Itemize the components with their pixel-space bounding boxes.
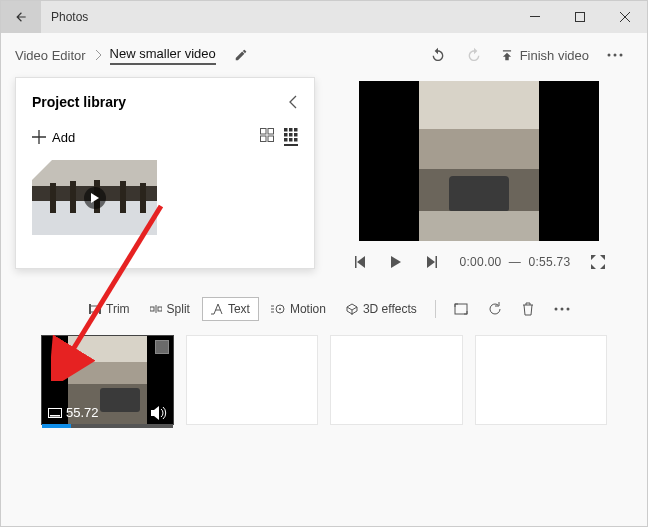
library-media-thumbnail[interactable] (32, 160, 157, 235)
chevron-left-icon (288, 95, 298, 109)
playback-time: 0:00.00 — 0:55.73 (459, 255, 570, 269)
text-button[interactable]: Text (202, 297, 259, 321)
add-label: Add (52, 130, 75, 145)
3d-effects-button[interactable]: 3D effects (338, 298, 425, 320)
split-button[interactable]: Split (142, 298, 198, 320)
svg-rect-6 (268, 129, 274, 135)
window-controls (512, 1, 647, 33)
storyboard-placeholder[interactable] (330, 335, 463, 425)
svg-point-2 (608, 54, 611, 57)
svg-rect-13 (289, 133, 293, 137)
clip-more-button[interactable] (546, 303, 578, 315)
clip-checkbox[interactable] (155, 340, 169, 354)
close-button[interactable] (602, 1, 647, 33)
split-icon (150, 303, 162, 315)
app-title: Photos (51, 10, 512, 24)
preview-panel: 0:00.00 — 0:55.73 (325, 77, 633, 269)
clip-toolbar: Trim Split Text Motion 3D effects (1, 287, 647, 329)
play-icon (84, 187, 106, 209)
clip-progress (42, 424, 173, 428)
svg-rect-19 (89, 304, 91, 314)
clip-volume-button[interactable] (151, 406, 167, 420)
svg-rect-10 (289, 128, 293, 132)
edit-name-button[interactable] (234, 48, 248, 62)
volume-icon (151, 406, 167, 420)
rotate-button[interactable] (480, 298, 510, 320)
top-bar: Video Editor New smaller video Finish vi… (1, 33, 647, 77)
fullscreen-button[interactable] (589, 255, 607, 269)
collapse-library-button[interactable] (288, 95, 298, 109)
more-button[interactable] (597, 37, 633, 73)
svg-rect-18 (90, 306, 100, 312)
svg-rect-35 (50, 415, 60, 417)
svg-point-33 (566, 308, 569, 311)
title-bar: Photos (1, 1, 647, 33)
svg-rect-7 (261, 136, 267, 142)
trim-button[interactable]: Trim (81, 298, 138, 320)
breadcrumb: Video Editor New smaller video (15, 46, 248, 65)
clip-duration[interactable]: 55.72 (48, 405, 99, 420)
motion-button[interactable]: Motion (263, 298, 334, 320)
svg-rect-0 (530, 16, 540, 17)
grid-large-icon (260, 128, 274, 142)
current-time: 0:00.00 (459, 255, 501, 269)
crop-icon (454, 303, 468, 315)
chevron-right-icon (94, 50, 102, 60)
svg-rect-22 (158, 307, 162, 311)
redo-button (456, 37, 492, 73)
finish-video-button[interactable]: Finish video (492, 48, 597, 63)
back-button[interactable] (1, 1, 41, 33)
trash-icon (522, 302, 534, 316)
storyboard-placeholder[interactable] (186, 335, 319, 425)
breadcrumb-current[interactable]: New smaller video (110, 46, 216, 65)
storyboard: 55.72 (1, 329, 647, 425)
used-media-indicator (32, 160, 52, 180)
plus-icon (32, 130, 46, 144)
minimize-button[interactable] (512, 1, 557, 33)
storyboard-clip[interactable]: 55.72 (41, 335, 174, 425)
export-icon (500, 48, 514, 62)
rotate-icon (488, 302, 502, 316)
next-frame-button[interactable] (423, 256, 441, 268)
svg-rect-20 (99, 304, 101, 314)
total-time: 0:55.73 (528, 255, 570, 269)
toolbar-divider (435, 300, 436, 318)
storyboard-placeholder[interactable] (475, 335, 608, 425)
svg-point-26 (279, 308, 281, 310)
svg-rect-12 (284, 133, 288, 137)
grid-view-large-button[interactable] (260, 128, 274, 146)
resize-button[interactable] (446, 299, 476, 319)
svg-rect-14 (294, 133, 298, 137)
breadcrumb-parent[interactable]: Video Editor (15, 48, 86, 63)
undo-button[interactable] (420, 37, 456, 73)
pencil-icon (234, 48, 248, 62)
ellipsis-icon (607, 53, 623, 57)
svg-rect-11 (294, 128, 298, 132)
finish-video-label: Finish video (520, 48, 589, 63)
trim-icon (89, 303, 101, 315)
delete-button[interactable] (514, 298, 542, 320)
project-library-panel: Project library Add (15, 77, 315, 269)
svg-point-3 (614, 54, 617, 57)
effects-icon (346, 303, 358, 315)
grid-view-small-button[interactable] (284, 128, 298, 146)
svg-point-31 (554, 308, 557, 311)
grid-small-icon (284, 128, 298, 142)
maximize-button[interactable] (557, 1, 602, 33)
expand-icon (591, 255, 605, 269)
prev-frame-button[interactable] (351, 256, 369, 268)
video-preview[interactable] (359, 81, 599, 241)
svg-point-4 (620, 54, 623, 57)
svg-rect-1 (575, 13, 584, 22)
playback-controls: 0:00.00 — 0:55.73 (351, 255, 606, 269)
svg-rect-8 (268, 136, 274, 142)
step-back-icon (355, 256, 365, 268)
svg-rect-17 (294, 138, 298, 142)
arrow-left-icon (14, 10, 28, 24)
duration-icon (48, 408, 62, 418)
add-media-button[interactable]: Add (32, 130, 75, 145)
play-icon (391, 256, 401, 268)
motion-icon (271, 303, 285, 315)
svg-rect-5 (261, 129, 267, 135)
play-button[interactable] (387, 256, 405, 268)
